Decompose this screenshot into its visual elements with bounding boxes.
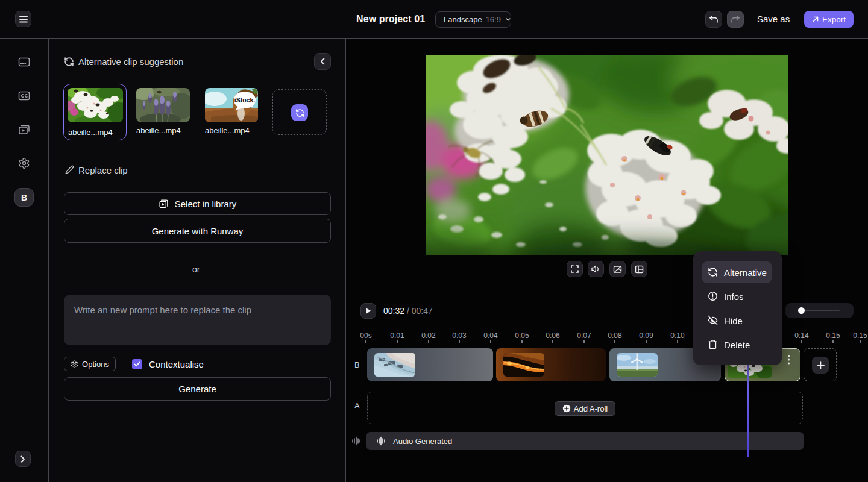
svg-text:iStock.: iStock. bbox=[234, 96, 256, 104]
